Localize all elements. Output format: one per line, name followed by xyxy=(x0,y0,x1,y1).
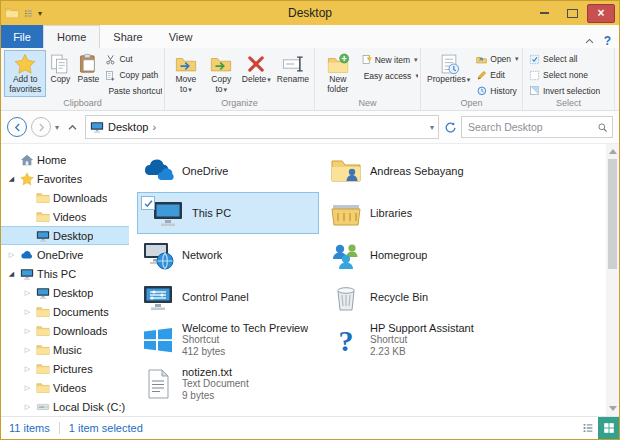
search-icon[interactable] xyxy=(597,122,608,133)
sidebar-item-pc-documents[interactable]: ▷ Documents xyxy=(1,302,129,321)
ribbon-group-clipboard: Add to favorites Copy Paste Cut xyxy=(1,48,165,110)
file-tab[interactable]: File xyxy=(1,25,43,48)
delete-button[interactable]: Delete▾ xyxy=(239,50,274,97)
sidebar-item-favorites[interactable]: ◢ Favorites xyxy=(1,169,129,188)
vertical-scrollbar[interactable] xyxy=(606,144,619,416)
file-item-this-pc-selected[interactable]: This PC xyxy=(137,192,319,234)
file-item-recycle-bin[interactable]: Recycle Bin xyxy=(325,276,501,318)
address-bar[interactable]: Desktop › ▾ xyxy=(85,115,439,139)
item-checkbox[interactable] xyxy=(141,196,155,210)
sidebar-item-pc-desktop[interactable]: ▷ Desktop xyxy=(1,283,129,302)
address-dropdown-icon[interactable]: ▾ xyxy=(430,123,434,132)
ribbon-group-open: Properties▾ Open ▾ Edit History xyxy=(421,48,523,110)
tab-share[interactable]: Share xyxy=(100,26,155,48)
sidebar-item-pc-pictures[interactable]: ▷ Pictures xyxy=(1,359,129,378)
edit-button[interactable]: Edit xyxy=(476,69,518,82)
sidebar-item-downloads[interactable]: Downloads xyxy=(1,188,129,207)
invert-selection-button[interactable]: Invert selection xyxy=(529,84,600,97)
expander-collapsed-icon[interactable]: ▷ xyxy=(22,289,33,297)
copy-button[interactable]: Copy xyxy=(46,50,74,97)
dropdown-arrow-icon: ▾ xyxy=(414,56,418,64)
large-icons-view-button[interactable] xyxy=(598,417,619,439)
paste-shortcut-button[interactable]: Paste shortcut xyxy=(105,84,162,97)
history-button[interactable]: History xyxy=(476,84,518,97)
minimize-button[interactable] xyxy=(531,5,557,22)
expander-expanded-icon[interactable]: ◢ xyxy=(6,175,17,183)
rename-icon xyxy=(282,53,304,75)
easy-access-button[interactable]: Easy access ▾ xyxy=(361,69,418,82)
copy-path-button[interactable]: Copy path xyxy=(105,69,162,82)
scrollbar-thumb[interactable] xyxy=(608,159,617,269)
select-none-button[interactable]: Select none xyxy=(529,69,600,82)
help-icon[interactable]: ? xyxy=(604,34,611,48)
close-button[interactable]: × xyxy=(587,4,615,23)
expander-collapsed-icon[interactable]: ▷ xyxy=(22,384,33,392)
sidebar-item-this-pc[interactable]: ◢ This PC xyxy=(1,264,129,283)
up-button[interactable] xyxy=(63,118,81,136)
file-item-libraries[interactable]: Libraries xyxy=(325,192,501,234)
network-icon xyxy=(142,239,174,271)
titlebar: ▾ Desktop × xyxy=(1,1,619,25)
user-folder-icon xyxy=(330,155,362,187)
add-to-favorites-button[interactable]: Add to favorites xyxy=(4,50,46,97)
titlebar-left: ▾ xyxy=(5,6,125,20)
new-item-button[interactable]: New item ▾ xyxy=(361,53,418,66)
expander-expanded-icon[interactable]: ◢ xyxy=(6,270,17,278)
sidebar-item-pc-videos[interactable]: ▷ Videos xyxy=(1,378,129,397)
tab-home[interactable]: Home xyxy=(43,25,100,48)
file-item-homegroup[interactable]: Homegroup xyxy=(325,234,501,276)
breadcrumb-chevron-icon[interactable]: › xyxy=(152,121,156,133)
file-item-andreas-sebayang[interactable]: Andreas Sebayang xyxy=(325,150,501,192)
search-input[interactable] xyxy=(466,120,597,134)
collapse-ribbon-icon[interactable] xyxy=(584,36,595,47)
sidebar-item-local-disk-c[interactable]: ▷ Local Disk (C:) xyxy=(1,397,129,416)
sidebar-item-desktop-selected[interactable]: Desktop xyxy=(1,226,129,245)
scroll-up-icon[interactable] xyxy=(609,149,617,154)
search-box[interactable] xyxy=(461,116,613,138)
qat-customize-icon[interactable] xyxy=(23,8,34,19)
file-item-hp-support-assistant[interactable]: HP Support Assistant Shortcut 2.23 KB xyxy=(325,318,501,362)
paste-button[interactable]: Paste xyxy=(74,50,102,97)
move-to-button[interactable]: Move to▾ xyxy=(168,50,204,97)
file-item-network[interactable]: Network xyxy=(137,234,319,276)
properties-button[interactable]: Properties▾ xyxy=(424,50,473,97)
expander-collapsed-icon[interactable]: ▷ xyxy=(22,365,33,373)
ribbon-tab-bar: File Home Share View ? xyxy=(1,25,619,48)
file-item-control-panel[interactable]: Control Panel xyxy=(137,276,319,318)
window-title: Desktop xyxy=(125,6,495,20)
copy-to-button[interactable]: Copy to▾ xyxy=(204,50,239,97)
file-item-onedrive[interactable]: OneDrive xyxy=(137,150,319,192)
sidebar-item-onedrive[interactable]: ▷ OneDrive xyxy=(1,245,129,264)
forward-button[interactable] xyxy=(31,117,51,137)
rename-button[interactable]: Rename xyxy=(274,50,312,97)
dropdown-arrow-icon: ▾ xyxy=(224,86,228,93)
refresh-icon[interactable] xyxy=(443,120,457,134)
breadcrumb-desktop[interactable]: Desktop xyxy=(108,121,148,133)
cut-button[interactable]: Cut xyxy=(105,53,162,66)
recent-locations-dropdown-icon[interactable]: ▾ xyxy=(55,123,59,132)
sidebar-item-pc-downloads[interactable]: ▷ Downloads xyxy=(1,321,129,340)
sidebar-item-videos[interactable]: Videos xyxy=(1,207,129,226)
sidebar-item-pc-music[interactable]: ▷ Music xyxy=(1,340,129,359)
expander-collapsed-icon[interactable]: ▷ xyxy=(22,327,33,335)
file-item-welcome-to-tech-preview[interactable]: Welcome to Tech Preview Shortcut 412 byt… xyxy=(137,318,319,362)
qat-dropdown-icon[interactable]: ▾ xyxy=(38,9,42,18)
expander-collapsed-icon[interactable]: ▷ xyxy=(22,403,33,411)
star-icon xyxy=(20,172,34,186)
copy-to-icon xyxy=(210,53,232,75)
back-button[interactable] xyxy=(7,117,27,137)
maximize-button[interactable] xyxy=(559,5,585,22)
sidebar-item-home[interactable]: Home xyxy=(1,150,129,169)
window-controls: × xyxy=(495,4,615,23)
details-view-button[interactable] xyxy=(577,417,598,439)
tab-view[interactable]: View xyxy=(156,26,206,48)
windows-icon xyxy=(142,324,174,356)
expander-collapsed-icon[interactable]: ▷ xyxy=(22,308,33,316)
expander-collapsed-icon[interactable]: ▷ xyxy=(6,251,17,259)
scroll-down-icon[interactable] xyxy=(609,406,617,411)
file-item-notizen-txt[interactable]: notizen.txt Text Document 9 bytes xyxy=(137,362,319,406)
select-all-button[interactable]: Select all xyxy=(529,53,600,66)
expander-collapsed-icon[interactable]: ▷ xyxy=(22,346,33,354)
open-button[interactable]: Open ▾ xyxy=(476,53,518,66)
new-folder-button[interactable]: New folder xyxy=(318,50,358,97)
